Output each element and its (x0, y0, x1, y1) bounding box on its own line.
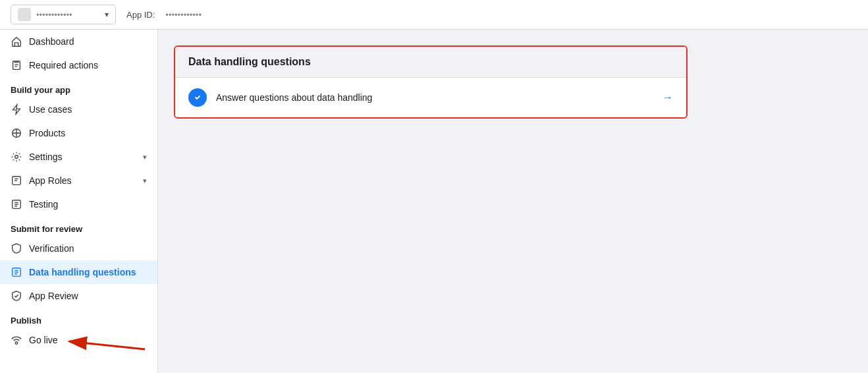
app-id-label: App ID: (126, 10, 155, 20)
sidebar-item-verification[interactable]: Verification (0, 237, 157, 260)
svg-point-2 (15, 156, 18, 159)
lightning-icon (11, 103, 22, 115)
clipboard-icon (11, 59, 22, 71)
topbar: •••••••••••• ▾ App ID: •••••••••••• (0, 0, 868, 30)
sidebar-item-use-cases-label: Use cases (29, 104, 72, 115)
sidebar-item-data-handling[interactable]: Data handling questions (0, 260, 157, 284)
go-live-icon (11, 334, 22, 346)
chevron-down-icon: ▾ (105, 10, 109, 19)
shield-icon (11, 243, 22, 254)
app-selector-text: •••••••••••• (36, 10, 99, 20)
sidebar-item-go-live-label: Go live (29, 335, 58, 345)
app-roles-chevron-icon: ▾ (143, 177, 147, 185)
sidebar-item-products[interactable]: Products (0, 121, 157, 145)
sidebar-item-app-roles-label: App Roles (29, 175, 72, 186)
main-content: Data handling questions Answer questions… (158, 30, 868, 373)
sidebar-item-dashboard[interactable]: Dashboard (0, 30, 157, 53)
testing-icon (11, 198, 22, 210)
build-section-header: Build your app (0, 77, 157, 98)
check-circle-icon (188, 88, 207, 107)
sidebar-item-dashboard-label: Dashboard (29, 36, 74, 47)
sidebar-item-required-actions-label: Required actions (29, 60, 98, 71)
app-review-icon (11, 290, 22, 302)
app-icon (18, 8, 31, 21)
arrow-right-icon: → (663, 92, 673, 103)
sidebar-item-app-review[interactable]: App Review (0, 284, 157, 308)
sidebar-item-use-cases[interactable]: Use cases (0, 98, 157, 121)
answer-questions-text: Answer questions about data handling (216, 92, 663, 103)
data-handling-card-header: Data handling questions (175, 47, 686, 78)
sidebar-item-verification-label: Verification (29, 243, 74, 254)
sidebar-item-testing[interactable]: Testing (0, 192, 157, 216)
sidebar-item-required-actions[interactable]: Required actions (0, 53, 157, 77)
home-icon (11, 36, 22, 47)
sidebar-item-products-label: Products (29, 128, 65, 138)
sidebar-item-app-roles[interactable]: App Roles ▾ (0, 169, 157, 192)
sidebar-item-app-review-label: App Review (29, 291, 78, 301)
sidebar-item-data-handling-label: Data handling questions (29, 267, 136, 277)
settings-chevron-icon: ▾ (143, 153, 147, 161)
sidebar-item-go-live[interactable]: Go live (0, 328, 157, 352)
app-id-value: •••••••••••• (165, 10, 202, 20)
gear-icon (11, 151, 22, 163)
app-selector[interactable]: •••••••••••• ▾ (11, 5, 116, 24)
data-handling-card: Data handling questions Answer questions… (174, 45, 688, 119)
sidebar-item-settings-label: Settings (29, 152, 63, 162)
publish-section-header: Publish (0, 308, 157, 328)
sidebar-item-settings[interactable]: Settings ▾ (0, 145, 157, 169)
sidebar-item-testing-label: Testing (29, 199, 58, 210)
data-handling-icon (11, 266, 22, 278)
app-roles-icon (11, 175, 22, 186)
sidebar: Dashboard Required actions Build your ap… (0, 30, 158, 373)
submit-section-header: Submit for review (0, 216, 157, 237)
grid-icon (11, 127, 22, 139)
answer-questions-item[interactable]: Answer questions about data handling → (175, 78, 686, 117)
layout: Dashboard Required actions Build your ap… (0, 30, 868, 373)
svg-point-6 (15, 342, 18, 345)
data-handling-card-body: Answer questions about data handling → (175, 78, 686, 117)
